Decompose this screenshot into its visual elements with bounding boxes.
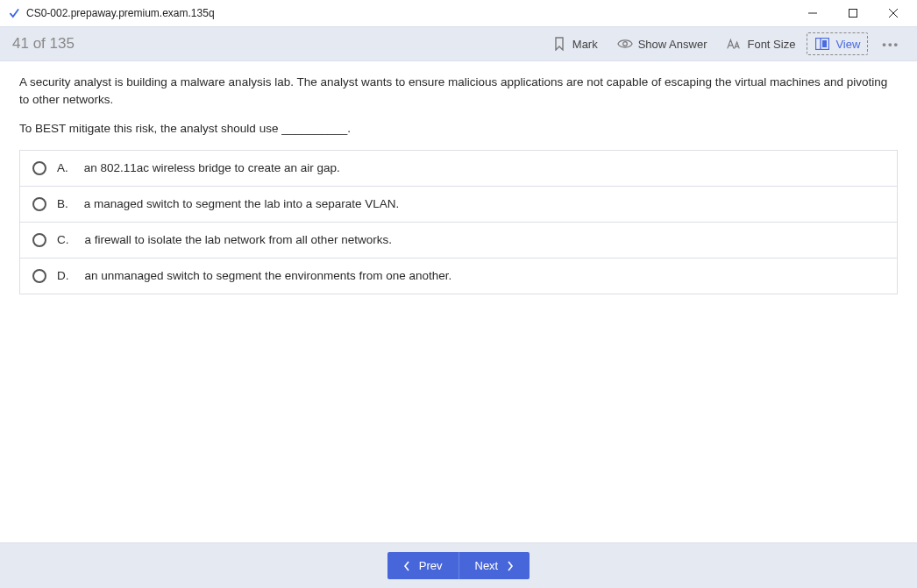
question-body-1: A security analyst is building a malware…	[19, 74, 898, 108]
progress-label: 41 of 135	[12, 35, 544, 53]
eye-icon	[617, 36, 633, 52]
svg-point-1	[622, 42, 627, 46]
chevron-left-icon	[403, 561, 410, 571]
nav-group: Prev Next	[387, 552, 530, 579]
radio-icon	[32, 233, 46, 247]
content-area: A security analyst is building a malware…	[0, 61, 917, 542]
show-answer-label: Show Answer	[638, 38, 707, 51]
font-size-button[interactable]: Font Size	[718, 32, 803, 55]
option-text: a firewall to isolate the lab network fr…	[85, 233, 392, 246]
radio-icon	[32, 197, 46, 211]
svg-rect-4	[822, 40, 827, 47]
layout-icon	[814, 36, 830, 52]
font-size-label: Font Size	[747, 38, 795, 51]
titlebar: CS0-002.prepaway.premium.exam.135q	[0, 0, 917, 26]
app-icon	[7, 6, 21, 20]
chevron-right-icon	[507, 561, 514, 571]
svg-rect-0	[849, 10, 857, 18]
radio-icon	[32, 161, 46, 175]
option-b[interactable]: B. a managed switch to segment the lab i…	[20, 187, 897, 223]
radio-icon	[32, 269, 46, 283]
close-button[interactable]	[873, 0, 913, 26]
question-body-2: To BEST mitigate this risk, the analyst …	[19, 120, 898, 138]
window-title: CS0-002.prepaway.premium.exam.135q	[26, 7, 793, 19]
bookmark-icon	[551, 36, 567, 52]
prev-label: Prev	[419, 559, 443, 572]
window-controls	[793, 0, 913, 26]
option-text: an unmanaged switch to segment the envir…	[85, 269, 452, 282]
option-letter: A.	[57, 161, 68, 174]
minimize-button[interactable]	[793, 0, 833, 26]
maximize-button[interactable]	[833, 0, 873, 26]
show-answer-button[interactable]: Show Answer	[609, 32, 715, 55]
toolbar: 41 of 135 Mark Show Answer Font Size Vie…	[0, 26, 917, 61]
view-label: View	[835, 38, 860, 51]
bottom-bar: Prev Next	[0, 542, 917, 588]
option-text: a managed switch to segment the lab into…	[84, 197, 399, 210]
font-size-icon	[726, 36, 742, 52]
next-button[interactable]: Next	[458, 552, 530, 579]
option-text: an 802.11ac wireless bridge to create an…	[84, 161, 340, 174]
more-button[interactable]: •••	[877, 38, 905, 51]
toolbar-actions: Mark Show Answer Font Size View •••	[544, 32, 905, 55]
option-letter: C.	[57, 233, 69, 246]
option-d[interactable]: D. an unmanaged switch to segment the en…	[20, 259, 897, 294]
option-letter: B.	[57, 197, 68, 210]
mark-label: Mark	[572, 38, 598, 51]
view-button[interactable]: View	[807, 32, 868, 55]
mark-button[interactable]: Mark	[544, 32, 606, 55]
option-c[interactable]: C. a firewall to isolate the lab network…	[20, 223, 897, 259]
prev-button[interactable]: Prev	[387, 552, 458, 579]
option-letter: D.	[57, 269, 69, 282]
options-list: A. an 802.11ac wireless bridge to create…	[19, 150, 898, 294]
option-a[interactable]: A. an 802.11ac wireless bridge to create…	[20, 151, 897, 187]
next-label: Next	[475, 559, 499, 572]
